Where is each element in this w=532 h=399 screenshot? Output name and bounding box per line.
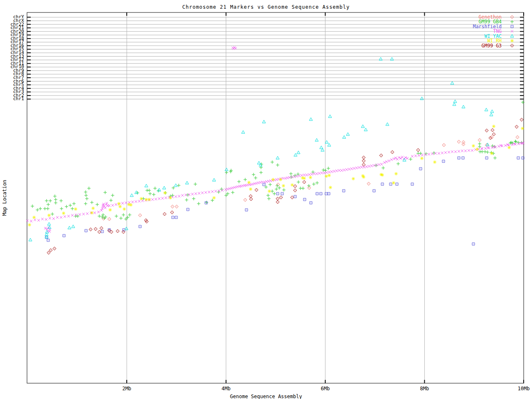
scatter-point-gm99-gb4 (148, 189, 151, 192)
scatter-point-marshfield (342, 190, 345, 192)
scatter-point-gm99-gb4 (49, 199, 52, 202)
scatter-point-wi-yac (262, 120, 266, 123)
scatter-point-gm99-g3 (110, 230, 113, 234)
scatter-point-gm99-g3 (293, 185, 297, 188)
scatter-point-wi-yac (163, 186, 166, 189)
scatter-point-tng (388, 160, 390, 162)
scatter-point-wi-yac (462, 105, 465, 108)
scatter-point-gm99-gb4 (514, 140, 517, 143)
scatter-point-tng (232, 47, 235, 50)
scatter-point-gm99-g3 (100, 227, 103, 230)
scatter-point-gm99-gb4 (53, 195, 57, 198)
scatter-point-gm99-g3 (122, 230, 125, 234)
scatter-point-tng (484, 147, 487, 150)
scatter-point-tng (161, 197, 164, 200)
scatter-point-tng (464, 150, 467, 152)
scatter-point-tng (288, 176, 291, 179)
scatter-point-wi-rh (212, 196, 216, 200)
scatter-point-wi-rh (475, 148, 479, 151)
scatter-point-gm99-gb4 (194, 182, 197, 186)
scatter-point-gm99-gb4 (312, 182, 315, 186)
scatter-point-tng (286, 177, 288, 179)
scatter-point-marshfield (281, 192, 283, 195)
scatter-point-tng (315, 172, 318, 175)
scatter-point-tng (444, 151, 447, 154)
legend-marker-wi-rh (510, 39, 514, 42)
scatter-point-tng (365, 165, 368, 168)
scatter-point-gm99-g3 (89, 228, 92, 231)
scatter-point-wi-yac (47, 222, 51, 225)
scatter-point-tng (474, 148, 477, 151)
scatter-point-tng (105, 203, 107, 206)
scatter-point-tng (414, 155, 417, 157)
scatter-point-tng (491, 146, 493, 149)
scatter-point-gm99-g3 (249, 197, 253, 201)
scatter-point-gm99-gb4 (224, 194, 228, 197)
scatter-point-genethon (457, 140, 461, 143)
scatter-point-tng (121, 202, 124, 204)
scatter-point-gm99-gb4 (192, 197, 195, 200)
scatter-point-wi-rh (108, 208, 112, 212)
scatter-point-tng (235, 186, 237, 188)
scatter-point-gm99-gb4 (226, 192, 229, 195)
scatter-point-tng (411, 155, 414, 158)
scatter-point-gm99-gb4 (271, 160, 274, 164)
y-tick-label-chr1: chr1 (0, 97, 24, 101)
scatter-point-marshfield (320, 192, 322, 195)
scatter-point-wi-yac (130, 194, 133, 197)
scatter-point-wi-yac (174, 184, 177, 187)
scatter-point-tng (204, 191, 207, 194)
scatter-point-wi-yac (386, 123, 389, 126)
scatter-point-marshfield (485, 157, 488, 159)
scatter-point-wi-rh (249, 187, 252, 191)
scatter-point-marshfield (472, 243, 475, 245)
scatter-point-tng (135, 200, 137, 203)
scatter-point-tng (498, 145, 500, 148)
scatter-point-tng (325, 171, 328, 174)
scatter-point-tng (49, 217, 51, 219)
scatter-point-tng (37, 219, 40, 222)
scatter-point-genethon (367, 182, 370, 185)
x-tick-label-10Mb: 10Mb (518, 386, 530, 392)
scatter-point-gm99-gb4 (60, 207, 63, 210)
scatter-point-genethon (462, 140, 465, 144)
scatter-point-tng (111, 204, 114, 207)
scatter-point-tng (131, 201, 134, 203)
scatter-point-gm99-gb4 (282, 188, 286, 192)
scatter-point-wi-rh (129, 203, 133, 207)
scatter-point-marshfield (85, 229, 87, 232)
scatter-point-marshfield (139, 225, 141, 228)
scatter-point-tng (41, 218, 44, 220)
scatter-point-tng (340, 169, 343, 172)
scatter-point-genethon (108, 217, 111, 221)
scatter-point-tng (191, 193, 194, 195)
scatter-point-genethon (175, 205, 178, 208)
scatter-point-tng (350, 167, 353, 170)
scatter-point-tng (94, 212, 96, 214)
scatter-point-tng (218, 190, 220, 192)
scatter-point-wi-rh (247, 181, 251, 184)
scatter-point-wi-rh (329, 186, 332, 189)
scatter-point-tng (86, 212, 89, 215)
scatter-point-wi-rh (282, 184, 285, 187)
scatter-point-gm99-g3 (515, 125, 518, 128)
scatter-point-wi-rh (123, 207, 126, 211)
scatter-point-wi-rh (325, 175, 328, 178)
scatter-point-tng (208, 191, 210, 193)
scatter-point-tng (348, 168, 350, 170)
scatter-point-gm99-gb4 (101, 213, 105, 217)
scatter-point-tng (267, 180, 270, 182)
scatter-point-tng (265, 180, 268, 183)
scatter-point-genethon (478, 138, 481, 142)
scatter-point-wi-rh (74, 207, 77, 211)
scatter-point-genethon (244, 198, 247, 202)
scatter-point-marshfield (47, 239, 49, 241)
scatter-point-wi-yac (342, 135, 346, 138)
scatter-point-gm99-g3 (249, 195, 252, 198)
scatter-point-tng (245, 184, 247, 187)
scatter-point-gm99-gb4 (122, 213, 125, 217)
scatter-point-gm99-gb4 (296, 172, 300, 176)
scatter-point-tng (253, 182, 256, 185)
scatter-point-wi-yac (71, 225, 75, 228)
scatter-point-tng (48, 230, 51, 233)
